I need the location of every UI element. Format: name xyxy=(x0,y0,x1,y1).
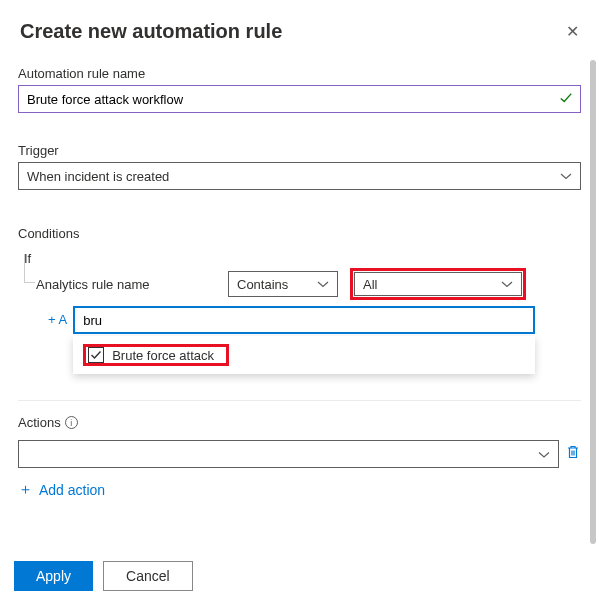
highlight-value-select: All xyxy=(350,268,526,300)
condition-operator-value: Contains xyxy=(237,277,288,292)
condition-search-input[interactable] xyxy=(73,306,535,334)
highlight-dropdown-option: Brute force attack xyxy=(83,344,229,366)
add-action-label: Add action xyxy=(39,482,105,498)
add-action-button[interactable]: ＋ Add action xyxy=(18,480,581,499)
chevron-down-icon xyxy=(538,445,550,463)
trigger-label: Trigger xyxy=(18,143,581,158)
plus-icon: ＋ xyxy=(18,480,33,499)
action-select[interactable] xyxy=(18,440,559,468)
option-label: Brute force attack xyxy=(112,348,214,363)
actions-label: Actions xyxy=(18,415,61,430)
condition-operator-select[interactable]: Contains xyxy=(228,271,338,297)
chevron-down-icon xyxy=(501,277,513,292)
info-icon[interactable]: i xyxy=(65,416,78,429)
divider xyxy=(18,400,581,401)
conditions-label: Conditions xyxy=(18,226,581,241)
trigger-select[interactable]: When incident is created xyxy=(18,162,581,190)
conditions-if: If xyxy=(24,251,581,266)
condition-value-select[interactable]: All xyxy=(354,272,522,296)
condition-field-label: Analytics rule name xyxy=(36,277,216,292)
check-icon xyxy=(559,91,573,108)
cancel-button[interactable]: Cancel xyxy=(103,561,193,591)
chevron-down-icon xyxy=(317,277,329,292)
apply-button[interactable]: Apply xyxy=(14,561,93,591)
chevron-down-icon xyxy=(560,169,572,184)
trash-icon[interactable] xyxy=(565,444,581,464)
trigger-value: When incident is created xyxy=(27,169,169,184)
rule-name-label: Automation rule name xyxy=(18,66,581,81)
condition-value: All xyxy=(363,277,377,292)
close-icon[interactable]: ✕ xyxy=(566,22,579,41)
condition-dropdown: Brute force attack xyxy=(73,336,535,374)
page-title: Create new automation rule xyxy=(20,20,282,43)
add-condition-link[interactable]: + A xyxy=(48,306,67,327)
rule-name-input[interactable] xyxy=(18,85,581,113)
option-checkbox[interactable] xyxy=(88,347,104,363)
